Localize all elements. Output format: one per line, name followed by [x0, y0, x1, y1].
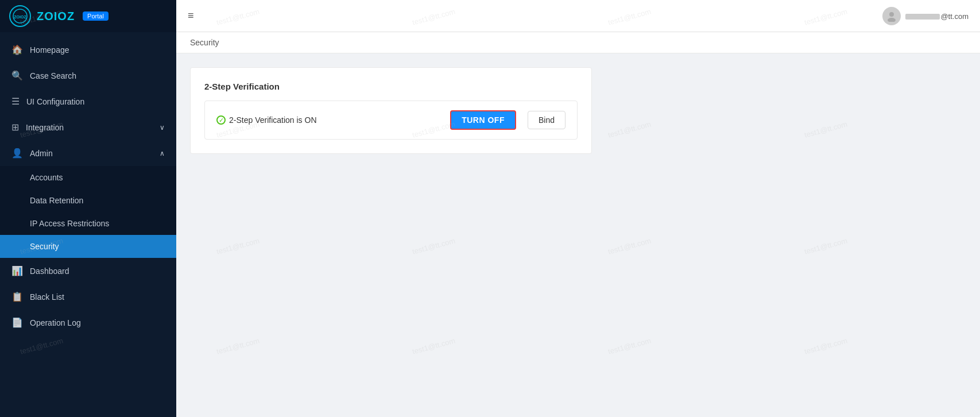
sidebar-subitem-label: Security [30, 242, 59, 251]
sidebar-item-label: Operation Log [30, 318, 81, 327]
topbar: ≡ @tt.com [176, 0, 980, 32]
svg-text:ZOIOZ: ZOIOZ [14, 15, 26, 19]
chevron-down-icon: ∨ [160, 123, 165, 132]
user-info: @tt.com [882, 7, 969, 25]
portal-badge: Portal [83, 11, 109, 21]
sidebar-item-dashboard[interactable]: 📊 Dashboard [0, 258, 176, 284]
bind-button[interactable]: Bind [528, 111, 565, 129]
sidebar-item-ip-access-restrictions[interactable]: IP Access Restrictions [0, 212, 176, 235]
chevron-up-icon: ∧ [160, 149, 165, 157]
menu-toggle-button[interactable]: ≡ [188, 10, 194, 22]
sidebar-item-security[interactable]: Security [0, 235, 176, 258]
sidebar-item-data-retention[interactable]: Data Retention [0, 189, 176, 212]
sidebar-nav: 🏠 Homepage 🔍 Case Search ☰ UI Configurat… [0, 32, 176, 417]
admin-submenu: Accounts Data Retention IP Access Restri… [0, 166, 176, 258]
svg-point-2 [889, 12, 894, 17]
admin-icon: 👤 [11, 148, 23, 159]
sidebar-item-label: UI Configuration [26, 97, 84, 106]
sidebar-item-black-list[interactable]: 📋 Black List [0, 284, 176, 310]
avatar [882, 7, 901, 25]
breadcrumb: Security [176, 32, 980, 53]
sidebar-item-admin[interactable]: 👤 Admin ∧ [0, 140, 176, 166]
ui-config-icon: ☰ [11, 96, 20, 107]
blacklist-icon: 📋 [11, 291, 23, 302]
search-icon: 🔍 [11, 70, 23, 81]
sidebar: ZOIOZ ZOIOZ Portal 🏠 Homepage 🔍 Case Sea… [0, 0, 176, 417]
page-content: Security 2-Step Verification ✓ 2-Step Ve… [176, 32, 980, 417]
sidebar-item-case-search[interactable]: 🔍 Case Search [0, 63, 176, 88]
sidebar-item-label: Black List [30, 292, 64, 302]
verification-status: ✓ 2-Step Verification is ON [216, 115, 439, 125]
turn-off-button[interactable]: TURN OFF [450, 110, 516, 130]
svg-point-3 [888, 18, 896, 22]
sidebar-subitem-label: Accounts [30, 173, 63, 182]
sidebar-item-accounts[interactable]: Accounts [0, 166, 176, 189]
sidebar-item-homepage[interactable]: 🏠 Homepage [0, 37, 176, 63]
sidebar-subitem-label: Data Retention [30, 196, 83, 205]
logo-icon: ZOIOZ [9, 5, 31, 27]
content-area: 2-Step Verification ✓ 2-Step Verificatio… [176, 53, 980, 168]
sidebar-header: ZOIOZ ZOIOZ Portal [0, 0, 176, 32]
sidebar-item-operation-log[interactable]: 📄 Operation Log [0, 310, 176, 335]
verification-row: ✓ 2-Step Verification is ON TURN OFF Bin… [204, 101, 578, 140]
sidebar-item-integration[interactable]: ⊞ Integration ∨ [0, 114, 176, 140]
sidebar-item-label: Integration [26, 123, 64, 132]
sidebar-item-label: Admin [30, 149, 53, 158]
integration-icon: ⊞ [11, 122, 19, 133]
sidebar-subitem-label: IP Access Restrictions [30, 219, 109, 228]
operation-log-icon: 📄 [11, 317, 23, 328]
dashboard-icon: 📊 [11, 265, 23, 276]
sidebar-item-label: Case Search [30, 71, 76, 80]
sidebar-item-label: Dashboard [30, 267, 69, 276]
status-on-icon: ✓ [216, 115, 226, 125]
two-step-verification-card: 2-Step Verification ✓ 2-Step Verificatio… [190, 67, 592, 154]
logo-text: ZOIOZ [37, 10, 75, 23]
status-text: 2-Step Verification is ON [229, 115, 317, 125]
user-email: @tt.com [905, 12, 969, 20]
sidebar-item-label: Homepage [30, 45, 69, 55]
section-title: 2-Step Verification [204, 82, 578, 91]
home-icon: 🏠 [11, 44, 23, 55]
sidebar-item-ui-configuration[interactable]: ☰ UI Configuration [0, 88, 176, 114]
main-area: ≡ @tt.com Security 2-Step Verification ✓ [176, 0, 980, 417]
breadcrumb-text: Security [190, 38, 219, 47]
